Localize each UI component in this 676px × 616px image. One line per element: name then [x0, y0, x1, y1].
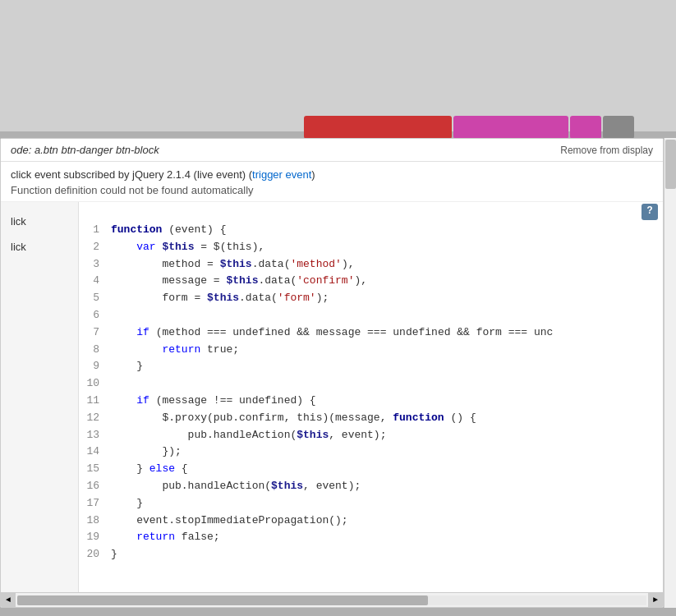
left-nav-item-2[interactable]: lick	[1, 234, 78, 260]
line-num-14: 14	[79, 444, 108, 461]
line-code-12: $.proxy(pub.confirm, this)(message, func…	[108, 410, 663, 427]
scroll-track[interactable]	[79, 595, 646, 599]
line-num-4: 4	[79, 273, 108, 290]
line-num-12: 12	[79, 410, 108, 427]
table-row: 10	[79, 375, 663, 393]
table-row: 11 if (message !== undefined) {	[79, 393, 663, 410]
panel-info: click event subscribed by jQuery 2.1.4 (…	[1, 162, 663, 202]
toolbar-btn-red[interactable]	[304, 116, 452, 139]
line-code-3: method = $this.data('method'),	[108, 256, 663, 274]
code-header-bar: ?	[79, 202, 663, 222]
line-code-8: return true;	[108, 342, 663, 359]
line-num-5: 5	[79, 290, 108, 307]
line-num-7: 7	[79, 324, 108, 342]
panel-info-line2: Function definition could not be found a…	[11, 184, 653, 196]
line-code-10	[108, 375, 663, 393]
left-nav: lick lick	[1, 202, 79, 598]
line-num-8: 8	[79, 342, 108, 359]
table-row: 15 } else {	[79, 461, 663, 478]
line-num-1: 1	[79, 222, 108, 239]
table-row: 9 }	[79, 358, 663, 375]
right-scroll-thumb[interactable]	[665, 140, 676, 189]
line-code-20: }	[108, 546, 663, 563]
help-button[interactable]: ?	[642, 204, 658, 220]
table-row: 7 if (method === undefined && message ==…	[79, 324, 663, 342]
line-code-19: return false;	[108, 529, 663, 546]
line-code-2: var $this = $(this),	[108, 239, 663, 256]
table-row: 16 pub.handleAction($this, event);	[79, 478, 663, 495]
line-num-11: 11	[79, 393, 108, 410]
table-row: 5 form = $this.data('form');	[79, 290, 663, 307]
table-row: 19 return false;	[79, 529, 663, 546]
scroll-right-arrow[interactable]: ►	[648, 593, 663, 599]
scroll-thumb[interactable]	[79, 595, 428, 599]
toolbar-btn-small2[interactable]	[603, 116, 634, 139]
line-num-20: 20	[79, 546, 108, 563]
main-panel: ode: a.btn btn-danger btn-block Remove f…	[0, 138, 664, 608]
info-prefix: click event subscribed by jQuery 2.1.4 (…	[11, 168, 252, 181]
horizontal-scrollbar[interactable]: ◄ ►	[79, 592, 663, 598]
line-code-6	[108, 307, 663, 324]
table-row: 17 }	[79, 495, 663, 513]
line-code-16: pub.handleAction($this, event);	[108, 478, 663, 495]
table-row: 2 var $this = $(this),	[79, 239, 663, 256]
line-num-19: 19	[79, 529, 108, 546]
table-row: 18 event.stopImmediatePropagation();	[79, 513, 663, 530]
line-num-10: 10	[79, 375, 108, 393]
line-num-15: 15	[79, 461, 108, 478]
line-code-7: if (method === undefined && message === …	[108, 324, 663, 342]
toolbar-area	[0, 115, 676, 140]
table-row: 4 message = $this.data('confirm'),	[79, 273, 663, 290]
line-code-14: });	[108, 444, 663, 461]
line-num-16: 16	[79, 478, 108, 495]
panel-header-code: ode: a.btn btn-danger btn-block	[11, 144, 159, 156]
toolbar-btn-small1[interactable]	[570, 116, 601, 139]
code-area: lick lick ? 1 function (event) { 2 var $…	[1, 202, 663, 598]
code-table: 1 function (event) { 2 var $this = $(thi…	[79, 222, 663, 563]
toolbar-btn-pink[interactable]	[453, 116, 568, 139]
line-num-6: 6	[79, 307, 108, 324]
line-num-18: 18	[79, 513, 108, 530]
line-code-15: } else {	[108, 461, 663, 478]
info-suffix: )	[311, 168, 315, 181]
line-num-2: 2	[79, 239, 108, 256]
table-row: 3 method = $this.data('method'),	[79, 256, 663, 274]
table-row: 1 function (event) {	[79, 222, 663, 239]
line-code-5: form = $this.data('form');	[108, 290, 663, 307]
background-area	[0, 0, 676, 131]
line-num-13: 13	[79, 427, 108, 444]
line-code-13: pub.handleAction($this, event);	[108, 427, 663, 444]
line-code-4: message = $this.data('confirm'),	[108, 273, 663, 290]
line-num-9: 9	[79, 358, 108, 375]
table-row: 8 return true;	[79, 342, 663, 359]
panel-header: ode: a.btn btn-danger btn-block Remove f…	[1, 139, 663, 162]
table-row: 12 $.proxy(pub.confirm, this)(message, f…	[79, 410, 663, 427]
left-nav-item-1[interactable]: lick	[1, 209, 78, 234]
line-code-17: }	[108, 495, 663, 513]
line-code-11: if (message !== undefined) {	[108, 393, 663, 410]
table-row: 20 }	[79, 546, 663, 563]
line-code-9: }	[108, 358, 663, 375]
panel-info-line1: click event subscribed by jQuery 2.1.4 (…	[11, 168, 653, 181]
line-num-17: 17	[79, 495, 108, 513]
right-scrollbar[interactable]	[664, 138, 676, 608]
trigger-event-link[interactable]: trigger event	[252, 168, 311, 181]
line-code-1: function (event) {	[108, 222, 663, 239]
table-row: 13 pub.handleAction($this, event);	[79, 427, 663, 444]
table-row: 14 });	[79, 444, 663, 461]
code-container[interactable]: ? 1 function (event) { 2 var $this = $(t…	[79, 202, 663, 598]
line-code-18: event.stopImmediatePropagation();	[108, 513, 663, 530]
table-row: 6	[79, 307, 663, 324]
remove-from-display-link[interactable]: Remove from display	[560, 145, 653, 156]
line-num-3: 3	[79, 256, 108, 274]
